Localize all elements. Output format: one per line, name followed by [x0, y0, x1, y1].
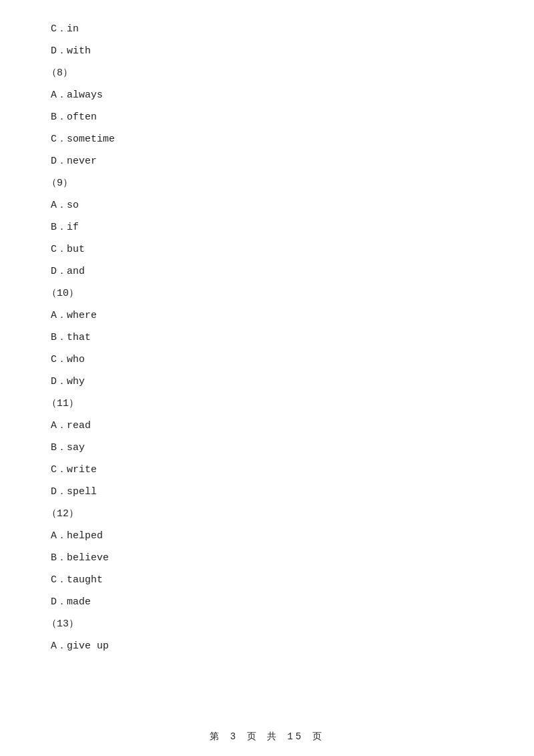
text-line-b-say: B．say: [51, 439, 494, 457]
text-line-d-spell: D．spell: [51, 483, 494, 501]
text-line-c-in: C．in: [51, 20, 494, 38]
text-line-b-believe: B．believe: [51, 549, 494, 567]
text-line-a-helped: A．helped: [51, 527, 494, 545]
text-line-b-often: B．often: [51, 108, 494, 126]
text-line-d-and: D．and: [51, 262, 494, 280]
text-line-c-who: C．who: [51, 351, 494, 369]
text-line-q11: （11）: [47, 395, 494, 413]
text-line-a-give-up: A．give up: [51, 637, 494, 655]
page-footer: 第 3 页 共 15 页: [0, 731, 534, 743]
text-line-a-always: A．always: [51, 86, 494, 104]
text-line-q10: （10）: [47, 285, 494, 303]
text-line-q12: （12）: [47, 505, 494, 523]
text-line-a-where: A．where: [51, 307, 494, 325]
text-line-d-why: D．why: [51, 373, 494, 391]
text-line-a-read: A．read: [51, 417, 494, 435]
text-line-c-write: C．write: [51, 461, 494, 479]
text-line-c-sometime: C．sometime: [51, 130, 494, 148]
text-line-c-taught: C．taught: [51, 571, 494, 589]
text-line-c-but: C．but: [51, 240, 494, 258]
text-line-a-so: A．so: [51, 196, 494, 214]
text-line-d-never: D．never: [51, 152, 494, 170]
text-line-q8: （8）: [47, 64, 494, 82]
text-line-d-made: D．made: [51, 593, 494, 611]
text-line-b-if: B．if: [51, 218, 494, 236]
text-line-d-with: D．with: [51, 42, 494, 60]
text-line-q13: （13）: [47, 615, 494, 633]
footer-text: 第 3 页 共 15 页: [210, 731, 324, 742]
text-line-b-that: B．that: [51, 329, 494, 347]
page-content: C．inD．with（8）A．alwaysB．oftenC．sometimeD．…: [0, 0, 534, 699]
text-line-q9: （9）: [47, 174, 494, 192]
